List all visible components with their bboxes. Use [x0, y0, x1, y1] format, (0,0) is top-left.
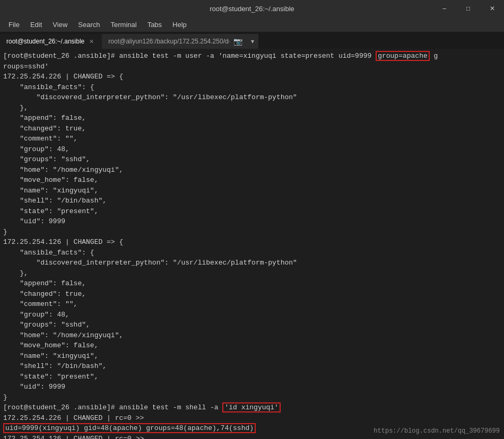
line-21: "discovered_interpreter_python": "/usr/l… [3, 258, 501, 268]
line-6: }, [3, 103, 501, 113]
tab-arrow[interactable]: ▾ [247, 34, 258, 49]
line-3: 172.25.254.226 | CHANGED => { [3, 72, 501, 82]
line-34: } [3, 392, 501, 403]
line-26: "group": 48, [3, 310, 501, 320]
line-22: }, [3, 268, 501, 279]
line-1: [root@student_26 .ansible]# ansible test… [3, 51, 501, 62]
menubar: File Edit View Search Terminal Tabs Help [0, 17, 504, 32]
titlebar: root@student_26:~/.ansible – □ ✕ [0, 0, 504, 17]
minimize-button[interactable]: – [432, 0, 456, 17]
line-28: "home": "/home/xingyuqi", [3, 330, 501, 341]
watermark-url: https://blog.csdn.net/qq_39679699 [373, 426, 500, 436]
line-17: "uid": 9999 [3, 216, 501, 227]
line-25: "comment": "", [3, 299, 501, 310]
line-32: "state": "present", [3, 372, 501, 382]
highlight-group-apache: group=apache [376, 51, 430, 61]
menu-help[interactable]: Help [168, 19, 191, 30]
line-12: "home": "/home/xingyuqi", [3, 165, 501, 175]
line-8: "changed": true, [3, 124, 501, 134]
line-23: "append": false, [3, 278, 501, 289]
line-30: "name": "xingyuqi", [3, 351, 501, 362]
maximize-button[interactable]: □ [456, 0, 480, 17]
line-35: [root@student_26 .ansible]# ansible test… [3, 402, 501, 413]
terminal-content: [root@student_26 .ansible]# ansible test… [0, 49, 504, 439]
menu-edit[interactable]: Edit [26, 19, 46, 30]
line-4: "ansible_facts": { [3, 82, 501, 93]
line-13: "move_home": false, [3, 175, 501, 186]
line-18: } [3, 227, 501, 238]
line-36: 172.25.254.226 | CHANGED | rc=0 >> [3, 413, 501, 424]
menu-tabs[interactable]: Tabs [143, 19, 166, 30]
line-24: "changed": true, [3, 289, 501, 300]
line-7: "append": false, [3, 113, 501, 124]
tabbar: root@student_26:~/.ansible ✕ root@aliyun… [0, 32, 504, 49]
line-11: "groups": "sshd", [3, 154, 501, 165]
menu-terminal[interactable]: Terminal [107, 19, 141, 30]
menu-view[interactable]: View [48, 19, 72, 30]
line-19: 172.25.254.126 | CHANGED => { [3, 237, 501, 248]
menu-search[interactable]: Search [74, 19, 104, 30]
line-20: "ansible_facts": { [3, 248, 501, 258]
tab-label-2: root@aliyun126:/backup/172.25.254.250/do… [108, 38, 229, 45]
line-31: "shell": "/bin/bash", [3, 361, 501, 372]
close-button[interactable]: ✕ [480, 0, 504, 17]
line-14: "name": "xingyuqi", [3, 186, 501, 196]
line-15: "shell": "/bin/bash", [3, 196, 501, 206]
line-27: "groups": "sshd", [3, 320, 501, 330]
menu-file[interactable]: File [4, 19, 24, 30]
line-16: "state": "present", [3, 206, 501, 217]
tab-student26[interactable]: root@student_26:~/.ansible ✕ [0, 34, 102, 49]
line-2: roups=sshd' [3, 62, 501, 72]
line-5: "discovered_interpreter_python": "/usr/l… [3, 92, 501, 103]
line-9: "comment": "", [3, 134, 501, 144]
line-29: "move_home": false, [3, 340, 501, 351]
highlight-uid-line1: uid=9999(xingyuqi) gid=48(apache) groups… [3, 423, 256, 433]
tab-new[interactable]: 📷 [229, 34, 247, 49]
line-33: "uid": 9999 [3, 382, 501, 392]
tab-close-1[interactable]: ✕ [88, 38, 95, 46]
tab-icon-camera: 📷 [233, 37, 242, 46]
chevron-down-icon: ▾ [251, 38, 254, 45]
highlight-id-cmd: 'id xingyuqi' [222, 402, 280, 412]
tab-label-1: root@student_26:~/.ansible [6, 38, 84, 45]
tab-aliyun126[interactable]: root@aliyun126:/backup/172.25.254.250/do… [102, 34, 229, 49]
titlebar-controls: – □ ✕ [432, 0, 504, 17]
line-10: "group": 48, [3, 144, 501, 155]
titlebar-title: root@student_26:~/.ansible [210, 5, 294, 13]
